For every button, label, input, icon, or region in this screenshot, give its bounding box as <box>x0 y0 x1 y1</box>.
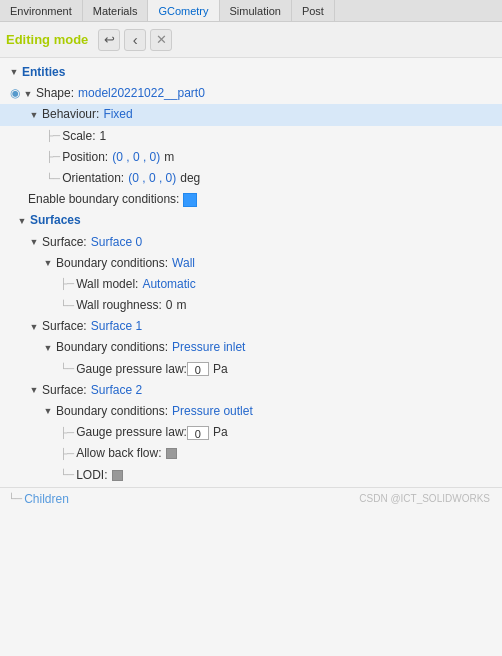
wall-model-label: Wall model: <box>76 275 138 294</box>
eye-icon: ◉ <box>10 84 20 103</box>
gauge1-input[interactable]: 0 <box>187 362 209 376</box>
wall-model-connector: ├─ <box>60 276 74 292</box>
shape-arrow[interactable] <box>22 87 34 101</box>
surfaces-label: Surfaces <box>30 211 81 230</box>
watermark: CSDN @ICT_SOLIDWORKS <box>359 491 490 507</box>
behaviour-value: Fixed <box>103 105 132 124</box>
surface0-label: Surface: <box>42 233 87 252</box>
allow-backflow-label: Allow back flow: <box>76 444 161 463</box>
backflow-connector: ├─ <box>60 446 74 462</box>
behaviour-label: Behaviour: <box>42 105 99 124</box>
surface1-row: Surface: Surface 1 <box>0 316 502 337</box>
gauge1-row: └─ Gauge pressure law: 0 Pa <box>0 359 502 380</box>
bc2-row: Boundary conditions: Pressure outlet <box>0 401 502 422</box>
children-connector: └─ <box>8 491 22 507</box>
tab-geometry[interactable]: GCometry <box>148 0 219 21</box>
editing-mode-label: Editing mode <box>6 32 88 47</box>
surface2-row: Surface: Surface 2 <box>0 380 502 401</box>
wall-model-value: Automatic <box>142 275 195 294</box>
children-label: Children <box>24 490 69 509</box>
bc1-label: Boundary conditions: <box>56 338 168 357</box>
gauge2-connector: ├─ <box>60 425 74 441</box>
scale-label: Scale: <box>62 127 95 146</box>
bc0-row: Boundary conditions: Wall <box>0 253 502 274</box>
close-button[interactable]: ✕ <box>150 29 172 51</box>
gauge2-row: ├─ Gauge pressure law: 0 Pa <box>0 422 502 443</box>
tab-materials[interactable]: Materials <box>83 0 149 21</box>
orientation-label: Orientation: <box>62 169 124 188</box>
undo-icon: ↩ <box>104 32 115 47</box>
separator <box>0 487 502 488</box>
undo-button[interactable]: ↩ <box>98 29 120 51</box>
shape-value: model20221022__part0 <box>78 84 205 103</box>
tab-environment[interactable]: Environment <box>0 0 83 21</box>
surface2-label: Surface: <box>42 381 87 400</box>
behaviour-arrow[interactable] <box>28 108 40 122</box>
wall-roughness-value: 0 <box>166 296 173 315</box>
gauge1-unit: Pa <box>213 360 228 379</box>
gauge2-unit: Pa <box>213 423 228 442</box>
scale-value: 1 <box>100 127 107 146</box>
surfaces-arrow[interactable] <box>16 214 28 228</box>
behaviour-row: Behaviour: Fixed <box>0 104 502 125</box>
surface0-row: Surface: Surface 0 <box>0 232 502 253</box>
entities-label: Entities <box>22 63 65 82</box>
wall-roughness-label: Wall roughness: <box>76 296 162 315</box>
lodi-label: LODI: <box>76 466 107 485</box>
bc2-arrow[interactable] <box>42 404 54 418</box>
wall-model-row: ├─ Wall model: Automatic <box>0 274 502 295</box>
bc1-arrow[interactable] <box>42 341 54 355</box>
lodi-checkbox[interactable] <box>112 470 123 481</box>
tree-panel: Entities ◉ Shape: model20221022__part0 B… <box>0 58 502 656</box>
bc2-label: Boundary conditions: <box>56 402 168 421</box>
entities-row: Entities <box>0 62 502 83</box>
bc1-value: Pressure inlet <box>172 338 245 357</box>
scale-row: ├─ Scale: 1 <box>0 126 502 147</box>
surface2-arrow[interactable] <box>28 383 40 397</box>
surface1-label: Surface: <box>42 317 87 336</box>
tab-bar: Environment Materials GCometry Simulatio… <box>0 0 502 22</box>
surfaces-row: Surfaces <box>0 210 502 231</box>
orientation-value: (0 , 0 , 0) <box>128 169 176 188</box>
position-label: Position: <box>62 148 108 167</box>
back-button[interactable]: ‹ <box>124 29 146 51</box>
enable-bc-checkbox[interactable] <box>183 193 197 207</box>
bc0-label: Boundary conditions: <box>56 254 168 273</box>
bc0-value: Wall <box>172 254 195 273</box>
position-row: ├─ Position: (0 , 0 , 0) m <box>0 147 502 168</box>
shape-row: ◉ Shape: model20221022__part0 <box>0 83 502 104</box>
tab-post[interactable]: Post <box>292 0 335 21</box>
allow-backflow-checkbox[interactable] <box>166 448 177 459</box>
children-row: └─ Children CSDN @ICT_SOLIDWORKS <box>0 489 502 510</box>
toolbar: Editing mode ↩ ‹ ✕ <box>0 22 502 58</box>
position-connector: ├─ <box>46 149 60 165</box>
enable-bc-label: Enable boundary conditions: <box>28 190 179 209</box>
gauge2-input[interactable]: 0 <box>187 426 209 440</box>
surface2-value: Surface 2 <box>91 381 142 400</box>
position-value: (0 , 0 , 0) <box>112 148 160 167</box>
back-icon: ‹ <box>133 31 138 48</box>
bc0-arrow[interactable] <box>42 256 54 270</box>
position-unit: m <box>164 148 174 167</box>
orientation-connector: └─ <box>46 171 60 187</box>
orientation-row: └─ Orientation: (0 , 0 , 0) deg <box>0 168 502 189</box>
tab-simulation[interactable]: Simulation <box>220 0 292 21</box>
scale-connector: ├─ <box>46 128 60 144</box>
enable-bc-row: Enable boundary conditions: <box>0 189 502 210</box>
gauge2-label: Gauge pressure law: <box>76 423 187 442</box>
allow-backflow-row: ├─ Allow back flow: <box>0 443 502 464</box>
surface1-arrow[interactable] <box>28 320 40 334</box>
close-icon: ✕ <box>156 32 167 47</box>
wall-roughness-unit: m <box>176 296 186 315</box>
entities-arrow[interactable] <box>8 65 20 79</box>
bc2-value: Pressure outlet <box>172 402 253 421</box>
bc1-row: Boundary conditions: Pressure inlet <box>0 337 502 358</box>
surface1-value: Surface 1 <box>91 317 142 336</box>
orientation-unit: deg <box>180 169 200 188</box>
surface0-arrow[interactable] <box>28 235 40 249</box>
lodi-connector: └─ <box>60 467 74 483</box>
lodi-row: └─ LODI: <box>0 465 502 486</box>
wall-roughness-row: └─ Wall roughness: 0 m <box>0 295 502 316</box>
wall-roughness-connector: └─ <box>60 298 74 314</box>
shape-label: Shape: <box>36 84 74 103</box>
